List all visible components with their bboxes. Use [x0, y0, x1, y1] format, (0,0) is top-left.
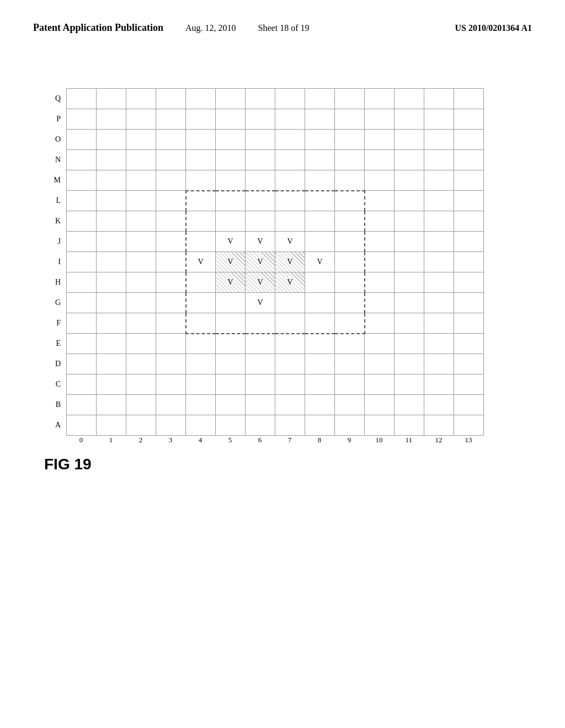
col-label-3: 3 — [156, 436, 185, 445]
cell-v-symbol: V — [246, 252, 275, 272]
grid-cell-N-5 — [216, 150, 246, 170]
grid-cell-L-8 — [305, 191, 335, 211]
grid-cell-I-3 — [156, 252, 186, 272]
grid-cell-B-5 — [216, 395, 246, 415]
grid-cell-Q-0 — [67, 89, 97, 109]
col-label-8: 8 — [305, 436, 334, 445]
grid-cell-N-1 — [97, 150, 126, 170]
grid-cell-H-12 — [424, 272, 454, 293]
grid-cell-C-0 — [67, 374, 97, 395]
grid-cell-F-8 — [305, 313, 335, 334]
grid-cell-F-13 — [454, 313, 484, 334]
grid-cell-B-0 — [67, 395, 97, 415]
grid-cell-Q-8 — [305, 89, 335, 109]
table-row: VVV — [67, 232, 484, 252]
grid-cell-N-8 — [305, 150, 335, 170]
col-label-5: 5 — [215, 436, 245, 445]
figure-label: FIG 19 — [44, 456, 532, 473]
cell-v-symbol: V — [246, 272, 275, 292]
grid-cell-F-2 — [126, 313, 156, 334]
grid-cell-E-10 — [365, 334, 395, 354]
grid-cell-E-4 — [186, 334, 216, 354]
grid-cell-P-4 — [186, 109, 216, 130]
grid-cell-O-6 — [246, 130, 275, 150]
grid-cell-F-12 — [424, 313, 454, 334]
grid-cell-Q-2 — [126, 89, 156, 109]
grid-cell-F-11 — [395, 313, 424, 334]
grid-cell-D-4 — [186, 354, 216, 374]
grid-cell-J-8 — [305, 232, 335, 252]
col-label-6: 6 — [245, 436, 275, 445]
grid-cell-M-1 — [97, 170, 126, 191]
grid-cell-A-2 — [126, 415, 156, 436]
table-row — [67, 109, 484, 130]
grid-cell-H-6: V — [246, 272, 275, 293]
col-label-4: 4 — [185, 436, 215, 445]
grid-cell-B-4 — [186, 395, 216, 415]
grid-cell-F-0 — [67, 313, 97, 334]
grid-cell-L-2 — [126, 191, 156, 211]
grid-cell-H-11 — [395, 272, 424, 293]
grid-cell-J-1 — [97, 232, 126, 252]
grid-cell-O-7 — [275, 130, 305, 150]
grid-cell-D-0 — [67, 354, 97, 374]
grid-cell-L-12 — [424, 191, 454, 211]
grid-cell-H-1 — [97, 272, 126, 293]
grid-cell-G-11 — [395, 293, 424, 313]
cell-v-symbol: V — [216, 252, 245, 272]
grid-cell-K-13 — [454, 211, 484, 232]
col-label-12: 12 — [424, 436, 454, 445]
grid-cell-A-3 — [156, 415, 186, 436]
grid-cell-B-12 — [424, 395, 454, 415]
grid-cell-A-10 — [365, 415, 395, 436]
grid-cell-Q-12 — [424, 89, 454, 109]
grid-cell-N-9 — [335, 150, 365, 170]
grid-cell-I-12 — [424, 252, 454, 272]
row-labels: QPONMLKJIHGFEDCBA — [47, 88, 63, 435]
grid-cell-G-12 — [424, 293, 454, 313]
cell-v-symbol: V — [275, 252, 305, 272]
grid-cell-M-13 — [454, 170, 484, 191]
grid-cell-E-11 — [395, 334, 424, 354]
publication-date: Aug. 12, 2010 — [185, 23, 236, 33]
grid-cell-J-13 — [454, 232, 484, 252]
grid-cell-P-7 — [275, 109, 305, 130]
grid-cell-N-11 — [395, 150, 424, 170]
grid-cell-D-10 — [365, 354, 395, 374]
grid-cell-C-8 — [305, 374, 335, 395]
row-label-O: O — [47, 129, 63, 149]
grid-cell-G-3 — [156, 293, 186, 313]
grid-cell-I-10 — [365, 252, 395, 272]
grid-cell-I-11 — [395, 252, 424, 272]
grid-cell-K-0 — [67, 211, 97, 232]
row-label-B: B — [47, 394, 63, 415]
grid-cell-A-5 — [216, 415, 246, 436]
grid-cell-E-6 — [246, 334, 275, 354]
grid-cell-F-7 — [275, 313, 305, 334]
grid-cell-C-9 — [335, 374, 365, 395]
row-label-P: P — [47, 109, 63, 129]
grid-cell-P-8 — [305, 109, 335, 130]
grid-cell-N-3 — [156, 150, 186, 170]
grid-cell-Q-9 — [335, 89, 365, 109]
grid-cell-E-1 — [97, 334, 126, 354]
grid-cell-Q-4 — [186, 89, 216, 109]
row-label-F: F — [47, 313, 63, 333]
cell-v-symbol: V — [186, 252, 216, 272]
grid-cell-M-7 — [275, 170, 305, 191]
grid-cell-C-10 — [365, 374, 395, 395]
table-row — [67, 191, 484, 211]
grid-cell-O-8 — [305, 130, 335, 150]
grid-cell-P-0 — [67, 109, 97, 130]
row-label-D: D — [47, 354, 63, 374]
grid-cell-Q-6 — [246, 89, 275, 109]
col-label-2: 2 — [126, 436, 156, 445]
grid-cell-G-0 — [67, 293, 97, 313]
grid-cell-I-2 — [126, 252, 156, 272]
grid-cell-L-13 — [454, 191, 484, 211]
grid-cell-K-9 — [335, 211, 365, 232]
grid-cell-G-10 — [365, 293, 395, 313]
row-label-Q: Q — [47, 88, 63, 109]
col-labels: 012345678910111213 — [66, 436, 532, 445]
grid-cell-F-5 — [216, 313, 246, 334]
